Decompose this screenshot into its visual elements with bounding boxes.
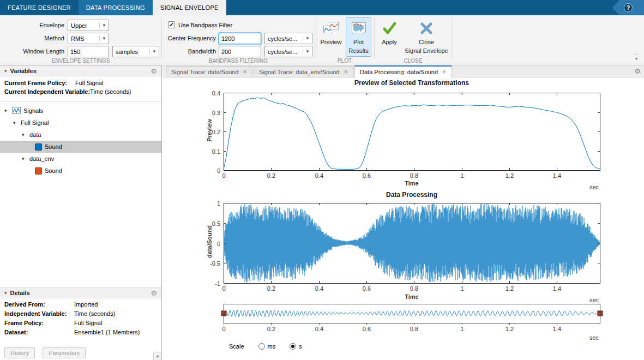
- svg-text:0: 0: [222, 172, 225, 179]
- apply-check-icon: [382, 21, 396, 37]
- doc-tab-label: Signal Trace: data/Sound: [171, 69, 239, 75]
- bandwidth-label: Bandwidth: [162, 46, 216, 57]
- envelope-dropdown[interactable]: Upper ▼: [68, 20, 109, 31]
- scale-row: Scale ms s: [229, 343, 302, 350]
- details-panel-header[interactable]: ▾ Details ⚙: [0, 287, 161, 298]
- tree-item-label: Signals: [23, 107, 43, 114]
- x-axis-label-time-1: Time: [224, 180, 600, 187]
- window-length-input[interactable]: [68, 46, 109, 57]
- help-button[interactable]: ?: [612, 0, 644, 15]
- history-button[interactable]: History: [4, 347, 35, 358]
- svg-text:0.8: 0.8: [410, 172, 418, 179]
- svg-text:1: 1: [217, 200, 220, 207]
- doc-tab-signal-trace-data-sound[interactable]: Signal Trace: data/Sound ✕: [166, 66, 252, 77]
- gear-icon[interactable]: ⚙: [151, 289, 157, 297]
- method-dropdown[interactable]: RMS ▼: [68, 33, 109, 44]
- dropdown-arrow-icon: ▼: [149, 49, 159, 54]
- chevron-down-icon: ▾: [22, 132, 27, 137]
- info-value: Time (seconds): [90, 88, 131, 95]
- app-tab-signal-envelope[interactable]: SIGNAL ENVELOPE: [153, 0, 226, 15]
- x-axis-label-time-2: Time: [224, 293, 600, 300]
- window-length-label: Window Length: [3, 46, 64, 57]
- tree-item-data-sound[interactable]: Sound: [0, 141, 161, 153]
- bandwidth-input[interactable]: [219, 46, 261, 57]
- section-divider: [315, 17, 315, 58]
- details-value: Time (seconds): [74, 310, 115, 317]
- window-length-unit-dropdown[interactable]: samples ▼: [112, 46, 159, 57]
- tree-item-signals[interactable]: ▾ Signals: [0, 105, 161, 117]
- chart-title-data-processing: Data Processing: [224, 191, 600, 199]
- close-tab-icon[interactable]: ✕: [344, 69, 348, 75]
- svg-text:-1: -1: [215, 280, 220, 287]
- center-frequency-input[interactable]: [219, 33, 261, 44]
- tree-item-data-env-sound[interactable]: Sound: [0, 165, 161, 177]
- y-axis-label-preview: Preview: [206, 103, 213, 158]
- collapse-panel-icon: ▾: [4, 68, 7, 74]
- use-bandpass-label: Use Bandpass Filter: [178, 22, 232, 28]
- doc-tab-data-processing-data-sound[interactable]: Data Processing: data/Sound ✕: [354, 65, 452, 77]
- panner-left-handle[interactable]: [221, 311, 226, 316]
- app-tab-data-processing[interactable]: DATA PROCESSING: [79, 0, 153, 15]
- charts-canvas[interactable]: 00.20.40.60.811.21.400.10.20.30.400.20.4…: [162, 77, 644, 360]
- svg-text:1.2: 1.2: [505, 326, 514, 332]
- checkbox-check-icon: ✓: [168, 21, 175, 28]
- tree-item-data[interactable]: ▾ data: [0, 129, 161, 141]
- svg-text:0.6: 0.6: [363, 172, 371, 179]
- preview-button[interactable]: Preview: [318, 17, 344, 57]
- sidebar-scroll-down-button[interactable]: ▼: [153, 352, 161, 360]
- sidebar: ▾ Variables ⚙ Current Frame Policy: Full…: [0, 65, 162, 360]
- info-row: Current Frame Policy: Full Signal: [0, 79, 161, 87]
- dropdown-arrow-icon: ▼: [303, 49, 312, 54]
- center-frequency-unit-dropdown[interactable]: cycles/se... ▼: [264, 33, 312, 44]
- parameters-button[interactable]: Parameters: [43, 347, 86, 358]
- tree-item-label: Full Signal: [21, 119, 49, 126]
- x-axis-unit-sec-panner: sec: [577, 334, 599, 341]
- doc-tab-signal-trace-data-env-sound[interactable]: Signal Trace: data_env/Sound ✕: [254, 66, 353, 77]
- feature-designer-app: FEATURE DESIGNER DATA PROCESSING SIGNAL …: [0, 0, 644, 360]
- use-bandpass-checkbox[interactable]: ✓ Use Bandpass Filter: [168, 21, 232, 28]
- section-divider: [161, 17, 162, 58]
- bandwidth-unit-dropdown[interactable]: cycles/se... ▼: [264, 46, 312, 57]
- app-tab-feature-designer[interactable]: FEATURE DESIGNER: [0, 0, 79, 15]
- center-frequency-label: Center Frequency: [162, 33, 216, 44]
- gear-icon[interactable]: ⚙: [151, 67, 157, 75]
- tree-item-data-env[interactable]: ▾ data_env: [0, 153, 161, 165]
- gear-icon[interactable]: ⚙: [634, 67, 641, 75]
- section-label-plot: PLOT: [315, 58, 374, 64]
- svg-text:0.6: 0.6: [363, 326, 371, 332]
- radio-s-label: s: [299, 343, 302, 350]
- plot-results-button[interactable]: Plot Results: [346, 17, 371, 57]
- scale-label: Scale: [229, 343, 244, 350]
- svg-text:0.4: 0.4: [212, 90, 220, 97]
- svg-text:0.2: 0.2: [267, 172, 275, 179]
- svg-text:1.2: 1.2: [505, 172, 514, 179]
- apply-button[interactable]: Apply: [377, 17, 401, 57]
- svg-text:0.2: 0.2: [267, 326, 275, 332]
- details-row: Derived From: Imported: [0, 300, 161, 309]
- panner-right-handle[interactable]: [598, 311, 603, 316]
- close-tab-icon[interactable]: ✕: [243, 69, 248, 75]
- radio-s[interactable]: s: [290, 343, 302, 350]
- section-divider: [451, 17, 452, 58]
- signals-plot-icon: [12, 107, 21, 115]
- svg-text:1.4: 1.4: [553, 285, 561, 292]
- variables-panel-header[interactable]: ▾ Variables ⚙: [0, 65, 161, 76]
- svg-text:0.8: 0.8: [410, 285, 418, 292]
- svg-text:1: 1: [460, 172, 464, 179]
- collapse-ribbon-button[interactable]: ▴: [635, 55, 637, 61]
- method-label: Method: [3, 33, 64, 44]
- svg-text:0: 0: [217, 167, 220, 174]
- x-axis-unit-sec-2: sec: [577, 297, 599, 303]
- document-tab-bar: Signal Trace: data/Sound ✕ Signal Trace:…: [162, 65, 644, 77]
- dropdown-arrow-icon: ▼: [99, 23, 109, 28]
- radio-ms[interactable]: ms: [258, 343, 276, 350]
- dropdown-arrow-icon: ▼: [303, 36, 312, 41]
- dropdown-arrow-icon: ▼: [99, 36, 109, 41]
- details-row: Independent Variable: Time (seconds): [0, 309, 161, 319]
- close-signal-envelope-button[interactable]: Close Signal Envelope: [404, 17, 449, 57]
- svg-text:0.4: 0.4: [315, 285, 323, 292]
- preview-icon: [323, 21, 339, 37]
- close-tab-icon[interactable]: ✕: [442, 69, 447, 75]
- tree-item-full-signal[interactable]: ▾ Full Signal: [0, 117, 161, 129]
- chart-title-preview: Preview of Selected Transformations: [224, 79, 600, 87]
